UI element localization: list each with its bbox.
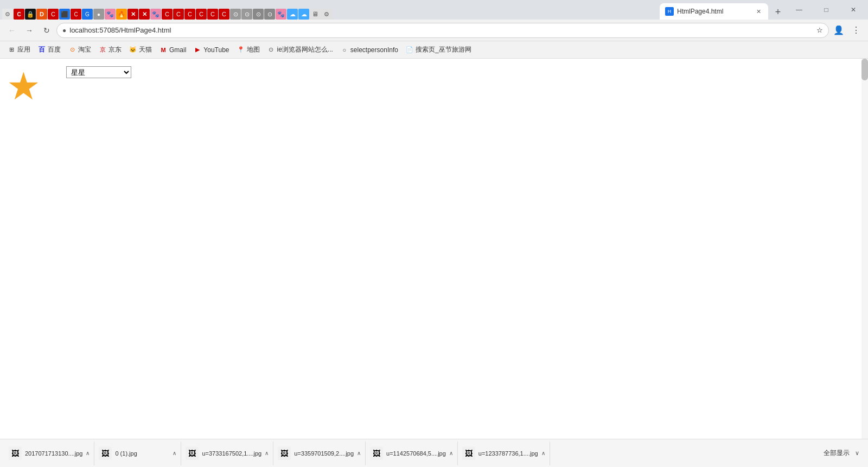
bookmark-maps[interactable]: 📍 地图 — [234, 44, 263, 55]
tab-icon-6[interactable]: ⬛ — [59, 9, 70, 20]
bookmark-ie-label: ie浏览器网站怎么... — [277, 45, 333, 54]
jd-icon: 京 — [99, 46, 106, 54]
tab-icon-23[interactable]: ⊙ — [253, 9, 264, 20]
tab-icon-2[interactable]: C — [14, 9, 24, 20]
back-button[interactable]: ← — [4, 23, 20, 38]
tab-icon-3[interactable]: 🔒 — [25, 9, 36, 20]
download-item-2: 🖼 0 (1).jpg ∧ — [94, 441, 181, 465]
tab-bar: ⚙ C 🔒 D C ⬛ C G ● 🐾 🔥 ✕ ✕ 🐾 C C C C C C — [2, 0, 786, 20]
tianmao-icon: 🐱 — [129, 46, 137, 54]
star-icon: ★ — [7, 67, 41, 105]
tab-icon-5[interactable]: C — [48, 9, 59, 20]
download-chevron-2[interactable]: ∧ — [173, 450, 176, 456]
tab-icon-15[interactable]: C — [162, 9, 173, 20]
tab-icon-22[interactable]: ⊙ — [241, 9, 252, 20]
ie-icon: ⊙ — [267, 46, 275, 54]
navigation-toolbar: ← → ↻ ● localhost:57085/HtmlPage4.html ☆… — [0, 20, 868, 41]
tab-icon-1[interactable]: ⚙ — [2, 9, 13, 20]
bookmark-gmail[interactable]: M Gmail — [156, 45, 189, 55]
bookmark-ie[interactable]: ⊙ ie浏览器网站怎么... — [264, 44, 336, 55]
bookmark-apps[interactable]: ⊞ 应用 — [4, 44, 34, 55]
tab-icon-12[interactable]: ✕ — [127, 9, 138, 20]
tab-strip-icons: ⚙ C 🔒 D C ⬛ C G ● 🐾 🔥 ✕ ✕ 🐾 C C C C C C — [2, 9, 660, 20]
maximize-button[interactable]: □ — [814, 1, 839, 18]
bookmark-maps-label: 地图 — [247, 45, 260, 54]
show-all-chevron-icon[interactable]: ∨ — [855, 450, 859, 457]
search-page-icon: 📄 — [406, 46, 413, 54]
download-info-4: u=3359701509,2....jpg — [294, 450, 354, 457]
download-name-5: u=1142570684,5....jpg — [386, 450, 446, 457]
tab-title: HtmlPage4.html — [677, 8, 751, 15]
toolbar-right: 👤 ⋮ — [831, 23, 864, 38]
show-all-downloads-button[interactable]: 全部显示 — [820, 446, 853, 460]
bookmark-jd[interactable]: 京 京东 — [95, 44, 125, 55]
tab-icon-4[interactable]: D — [36, 9, 47, 20]
download-chevron-6[interactable]: ∧ — [541, 450, 545, 456]
account-button[interactable]: 👤 — [831, 23, 846, 38]
star-bookmark-icon[interactable]: ☆ — [816, 26, 823, 34]
tab-icon-18[interactable]: C — [196, 9, 207, 20]
minimize-button[interactable]: — — [787, 1, 812, 18]
bookmark-tianmao[interactable]: 🐱 天猫 — [126, 44, 155, 55]
bookmark-tianmao-label: 天猫 — [139, 45, 152, 54]
bookmark-taobao-label: 淘宝 — [78, 45, 91, 54]
download-item-1: 🖼 2017071713130....jpg ∧ — [4, 441, 94, 465]
download-item-4: 🖼 u=3359701509,2....jpg ∧ — [273, 441, 366, 465]
lock-icon: ● — [62, 27, 66, 34]
new-tab-button[interactable]: + — [770, 4, 786, 20]
tab-icon-29[interactable]: ⚙ — [321, 9, 332, 20]
tab-icon-24[interactable]: ⊙ — [264, 9, 275, 20]
scrollbar-thumb[interactable] — [861, 59, 868, 80]
download-info-1: 2017071713130....jpg — [25, 450, 82, 457]
tab-icon-13[interactable]: ✕ — [139, 9, 150, 20]
tab-icon-17[interactable]: C — [184, 9, 195, 20]
bookmark-search[interactable]: 📄 搜索页_巫节旅游网 — [403, 44, 475, 55]
star-select[interactable]: 星星 月亮 太阳 — [66, 66, 131, 78]
download-info-5: u=1142570684,5....jpg — [386, 450, 446, 457]
close-button[interactable]: ✕ — [841, 1, 866, 18]
bookmarks-bar: ⊞ 应用 百 百度 ⊙ 淘宝 京 京东 🐱 天猫 M Gmail ▶ YouTu… — [0, 41, 868, 59]
tab-icon-16[interactable]: C — [173, 9, 184, 20]
bookmark-gmail-label: Gmail — [169, 46, 186, 54]
download-info-2: 0 (1).jpg — [115, 450, 169, 457]
active-tab[interactable]: H HtmlPage4.html ✕ — [660, 3, 768, 20]
star-display: ★ — [7, 65, 41, 105]
reload-button[interactable]: ↻ — [39, 23, 54, 38]
tab-favicon: H — [665, 7, 674, 16]
bookmark-youtube[interactable]: ▶ YouTube — [190, 45, 232, 55]
tab-icon-26[interactable]: ☁ — [287, 9, 298, 20]
tab-icon-14[interactable]: 🐾 — [150, 9, 161, 20]
bookmark-baidu-label: 百度 — [48, 45, 61, 54]
tab-icon-21[interactable]: ⊙ — [230, 9, 241, 20]
download-chevron-5[interactable]: ∧ — [449, 450, 453, 456]
download-chevron-3[interactable]: ∧ — [265, 450, 269, 456]
tab-icon-7[interactable]: C — [71, 9, 81, 20]
bookmark-selectperson-label: selectpersonInfo — [350, 46, 398, 54]
forward-button[interactable]: → — [22, 23, 37, 38]
tab-icon-8[interactable]: G — [82, 9, 93, 20]
tab-icon-10[interactable]: 🐾 — [105, 9, 116, 20]
tab-close-button[interactable]: ✕ — [754, 7, 763, 16]
bookmark-taobao[interactable]: ⊙ 淘宝 — [65, 44, 94, 55]
download-info-3: u=3733167502,1....jpg — [202, 450, 261, 457]
tab-icon-11[interactable]: 🔥 — [116, 9, 127, 20]
bookmark-baidu[interactable]: 百 百度 — [35, 44, 64, 55]
tab-icon-19[interactable]: C — [207, 9, 218, 20]
bookmark-search-label: 搜索页_巫节旅游网 — [416, 45, 471, 54]
download-name-3: u=3733167502,1....jpg — [202, 450, 261, 457]
download-chevron-4[interactable]: ∧ — [357, 450, 361, 456]
bookmark-selectperson[interactable]: ○ selectpersonInfo — [337, 45, 401, 55]
tab-icon-25[interactable]: 🐾 — [276, 9, 286, 20]
download-item-5: 🖼 u=1142570684,5....jpg ∧ — [366, 441, 458, 465]
tab-icon-9[interactable]: ● — [93, 9, 104, 20]
tab-icon-27[interactable]: ☁ — [298, 9, 309, 20]
download-chevron-1[interactable]: ∧ — [86, 450, 90, 456]
address-bar[interactable]: ● localhost:57085/HtmlPage4.html ☆ — [56, 23, 829, 38]
download-info-6: u=1233787736,1....jpg — [478, 450, 538, 457]
menu-button[interactable]: ⋮ — [848, 23, 864, 38]
tab-icon-28[interactable]: 🖥 — [310, 9, 321, 20]
download-icon-6: 🖼 — [462, 447, 475, 460]
tab-icon-20[interactable]: C — [219, 9, 229, 20]
bookmark-apps-label: 应用 — [17, 45, 30, 54]
maps-icon: 📍 — [237, 46, 245, 54]
